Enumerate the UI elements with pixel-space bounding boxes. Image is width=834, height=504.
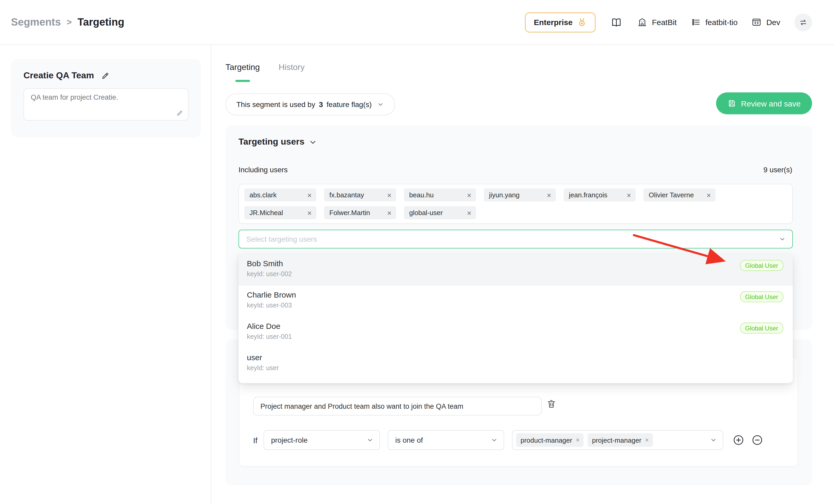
remove-chip-icon[interactable]: × — [307, 209, 312, 216]
user-dropdown: Bob Smith keyId: user-002 Global User Ch… — [239, 254, 793, 383]
chevron-down-icon — [491, 436, 498, 444]
user-count: 9 user(s) — [764, 166, 792, 174]
chevron-down-icon — [309, 138, 317, 146]
tab-targeting[interactable]: Targeting — [225, 59, 260, 82]
active-tab-indicator — [235, 80, 250, 82]
add-condition-button[interactable] — [733, 434, 745, 446]
global-user-badge: Global User — [740, 260, 783, 271]
swap-arrows-icon — [799, 18, 807, 26]
rule-condition-row: If project-role is one of product-manage… — [253, 430, 771, 450]
global-user-badge: Global User — [740, 291, 783, 302]
targeting-users-select[interactable]: Select targeting users — [239, 230, 793, 248]
environment-name: Dev — [766, 18, 780, 27]
property-select[interactable]: project-role — [264, 430, 380, 450]
user-chip: abs.clark × — [244, 189, 316, 201]
user-chip: global-user × — [404, 206, 476, 219]
tab-targeting-label: Targeting — [225, 63, 260, 71]
user-chip: fx.bazantay × — [324, 189, 396, 201]
code-window-icon — [752, 17, 762, 27]
delete-rule-button[interactable] — [546, 399, 556, 409]
dropdown-user-name: user — [247, 353, 279, 362]
switch-environment-button[interactable] — [794, 13, 812, 31]
breadcrumb: Segments > Targeting — [11, 16, 124, 28]
app-root: Segments > Targeting Enterprise — [0, 0, 834, 504]
dropdown-user-name: Bob Smith — [247, 259, 292, 268]
including-users-box[interactable]: abs.clark × fx.bazantay × beau.hu × jiyu… — [239, 184, 793, 224]
usage-pill[interactable]: This segment is used by 3 feature flag(s… — [225, 93, 395, 115]
dropdown-user-key: keyId: user-002 — [247, 270, 292, 278]
remove-chip-icon[interactable]: × — [627, 191, 631, 199]
dropdown-option-text: Bob Smith keyId: user-002 — [247, 259, 292, 278]
tab-history-label: History — [279, 63, 305, 71]
remove-chip-icon[interactable]: × — [547, 191, 551, 199]
user-chip-label: JR.Micheal — [249, 209, 283, 217]
user-chip: jiyun.yang × — [484, 189, 556, 201]
user-chip-label: Olivier Taverne — [649, 191, 694, 199]
rule-description-input[interactable] — [253, 397, 542, 416]
docs-button[interactable] — [610, 15, 623, 29]
remove-value-icon[interactable]: × — [645, 437, 649, 443]
operator-value: is one of — [395, 436, 423, 444]
tab-history[interactable]: History — [279, 59, 305, 82]
value-chip: product-manager × — [517, 433, 584, 447]
user-chip-label: jean.françois — [569, 191, 607, 199]
dropdown-option[interactable]: Alice Doe keyId: user-001 Global User — [239, 317, 793, 348]
dropdown-option-text: Alice Doe keyId: user-001 — [247, 322, 292, 341]
global-user-badge: Global User — [740, 323, 783, 333]
top-header: Segments > Targeting Enterprise — [0, 0, 834, 45]
segment-description-box[interactable]: QA team for project Creatie. — [23, 88, 189, 120]
chevron-down-icon — [779, 236, 786, 243]
project-name: featbit-tio — [705, 18, 738, 27]
dropdown-user-key: keyId: user-001 — [247, 333, 292, 341]
project-list-icon — [691, 17, 701, 27]
project-selector[interactable]: featbit-tio — [691, 17, 738, 27]
minus-circle-icon — [752, 434, 763, 446]
dropdown-option[interactable]: user keyId: user — [239, 348, 793, 379]
user-chip-label: abs.clark — [249, 191, 277, 199]
tab-bar: Targeting History — [225, 59, 305, 82]
user-chip: jean.françois × — [564, 189, 636, 201]
value-chip-label: project-manager — [592, 436, 641, 444]
user-chip: JR.Micheal × — [244, 206, 316, 219]
operator-select[interactable]: is one of — [388, 430, 504, 450]
user-chip-label: beau.hu — [409, 191, 434, 199]
remove-chip-icon[interactable]: × — [707, 191, 711, 199]
dropdown-option[interactable]: Bob Smith keyId: user-002 Global User — [239, 254, 793, 286]
review-and-save-label: Review and save — [741, 99, 800, 108]
user-chip: beau.hu × — [404, 189, 476, 201]
remove-chip-icon[interactable]: × — [387, 191, 391, 199]
building-icon — [637, 17, 647, 27]
breadcrumb-separator: > — [67, 17, 72, 27]
usage-count: 3 — [319, 100, 323, 109]
remove-chip-icon[interactable]: × — [467, 209, 471, 216]
targeting-users-title: Targeting users — [239, 137, 305, 147]
chevron-down-icon — [710, 436, 717, 444]
value-chip-label: product-manager — [521, 436, 572, 444]
workspace-selector[interactable]: FeatBit — [637, 17, 677, 27]
user-chip: Folwer.Martin × — [324, 206, 396, 219]
targeting-users-header[interactable]: Targeting users — [239, 137, 317, 147]
select-placeholder: Select targeting users — [246, 235, 317, 243]
if-label: If — [253, 436, 258, 444]
remove-value-icon[interactable]: × — [576, 437, 579, 443]
dropdown-user-key: keyId: user-003 — [247, 302, 296, 309]
values-multiselect[interactable]: product-manager × project-manager × — [512, 430, 724, 450]
breadcrumb-parent[interactable]: Segments — [11, 16, 61, 28]
environment-selector[interactable]: Dev — [752, 17, 780, 27]
including-users-label: Including users — [239, 166, 288, 174]
enterprise-button[interactable]: Enterprise — [525, 12, 595, 32]
pencil-icon — [101, 71, 110, 80]
remove-chip-icon[interactable]: × — [387, 209, 391, 216]
remove-chip-icon[interactable]: × — [467, 191, 471, 199]
value-chip: project-manager × — [588, 433, 653, 447]
remove-condition-button[interactable] — [752, 434, 763, 446]
dropdown-user-name: Charlie Brown — [247, 290, 296, 299]
user-chip: Olivier Taverne × — [643, 189, 716, 201]
review-and-save-button[interactable]: Review and save — [716, 92, 812, 114]
segment-info-card: Creatie QA Team QA team for project Crea… — [11, 59, 201, 137]
usage-suffix: feature flag(s) — [327, 100, 372, 109]
remove-chip-icon[interactable]: × — [307, 191, 312, 199]
dropdown-option[interactable]: Charlie Brown keyId: user-003 Global Use… — [239, 286, 793, 317]
medal-icon — [577, 18, 587, 27]
edit-title-button[interactable] — [101, 71, 110, 80]
